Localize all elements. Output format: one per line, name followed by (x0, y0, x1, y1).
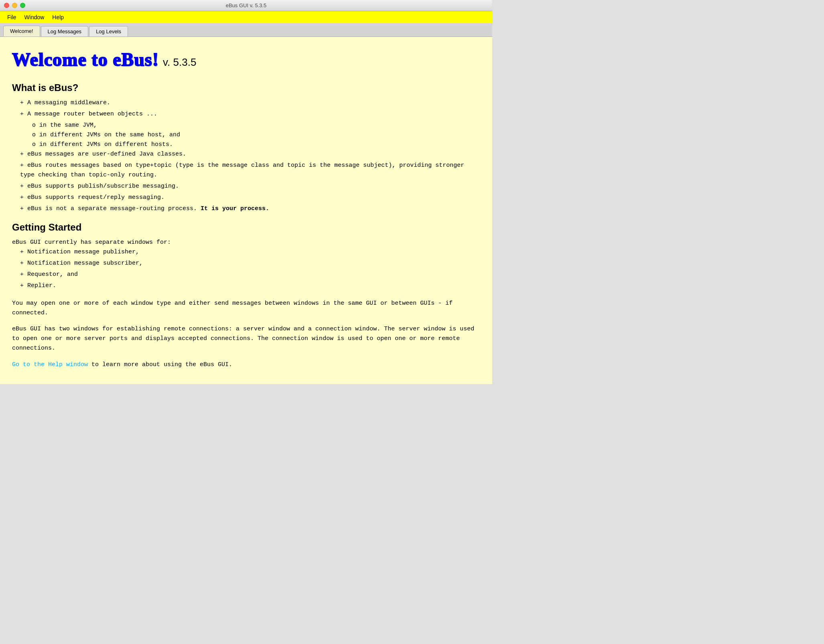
gs-bullet-2: + Notification message subscriber, (20, 259, 480, 268)
menu-help[interactable]: Help (48, 12, 68, 22)
tab-welcome[interactable]: Welcome! (3, 26, 40, 36)
paragraph-2: eBus GUI has two windows for establishin… (12, 324, 480, 353)
what-is-ebus-body: + A messaging middleware. + A message ro… (12, 98, 480, 214)
welcome-version: v. 5.3.5 (163, 56, 196, 69)
bullet-4: + eBus routes messages based on type+top… (20, 161, 480, 180)
gs-bullet-1: + Notification message publisher, (20, 247, 480, 257)
bullet-7: + eBus is not a separate message-routing… (20, 204, 480, 214)
getting-started-intro: eBus GUI currently has separate windows … (12, 238, 480, 247)
main-content: Welcome to eBus! v. 5.3.5 What is eBus? … (0, 37, 492, 384)
paragraph-1: You may open one or more of each window … (12, 299, 480, 318)
bullet-1: + A messaging middleware. (20, 98, 480, 108)
bullet-2: + A message router between objects ... (20, 109, 480, 119)
welcome-title-stylized: Welcome to eBus! (12, 49, 159, 70)
what-is-ebus-title: What is eBus? (12, 82, 480, 93)
bullet-3: + eBus messages are user-defined Java cl… (20, 150, 480, 159)
help-suffix: to learn more about using the eBus GUI. (88, 361, 232, 368)
window-controls (4, 3, 25, 8)
menu-window[interactable]: Window (20, 12, 49, 22)
bullet-7-bold: It is your process. (201, 205, 269, 212)
tab-log-messages[interactable]: Log Messages (41, 26, 89, 36)
close-button[interactable] (4, 3, 9, 8)
menu-file[interactable]: File (3, 12, 20, 22)
bullet-5: + eBus supports publish/subscribe messag… (20, 182, 480, 191)
sub-bullet-3: o in different JVMs on different hosts. (32, 140, 480, 150)
maximize-button[interactable] (20, 3, 25, 8)
what-is-ebus-section: What is eBus? + A messaging middleware. … (12, 82, 480, 214)
window-title: eBus GUI v. 5.3.5 (226, 2, 267, 8)
bullet-6: + eBus supports request/reply messaging. (20, 193, 480, 203)
help-link[interactable]: Go to the Help window (12, 361, 88, 368)
title-bar: eBus GUI v. 5.3.5 (0, 0, 492, 11)
minimize-button[interactable] (12, 3, 17, 8)
sub-bullet-1: o in the same JVM, (32, 121, 480, 130)
getting-started-title: Getting Started (12, 222, 480, 233)
gs-bullet-3: + Requestor, and (20, 270, 480, 279)
getting-started-bullets: + Notification message publisher, + Noti… (12, 247, 480, 291)
sub-bullet-2: o in different JVMs on the same host, an… (32, 130, 480, 140)
help-line: Go to the Help window to learn more abou… (12, 361, 480, 368)
tab-bar: Welcome! Log Messages Log Levels (0, 23, 492, 37)
menu-bar: File Window Help (0, 11, 492, 23)
gs-bullet-4: + Replier. (20, 281, 480, 291)
welcome-heading: Welcome to eBus! v. 5.3.5 (12, 49, 480, 70)
tab-log-levels[interactable]: Log Levels (89, 26, 128, 36)
bullet-7-normal: + eBus is not a separate message-routing… (20, 205, 201, 212)
getting-started-section: Getting Started eBus GUI currently has s… (12, 222, 480, 291)
